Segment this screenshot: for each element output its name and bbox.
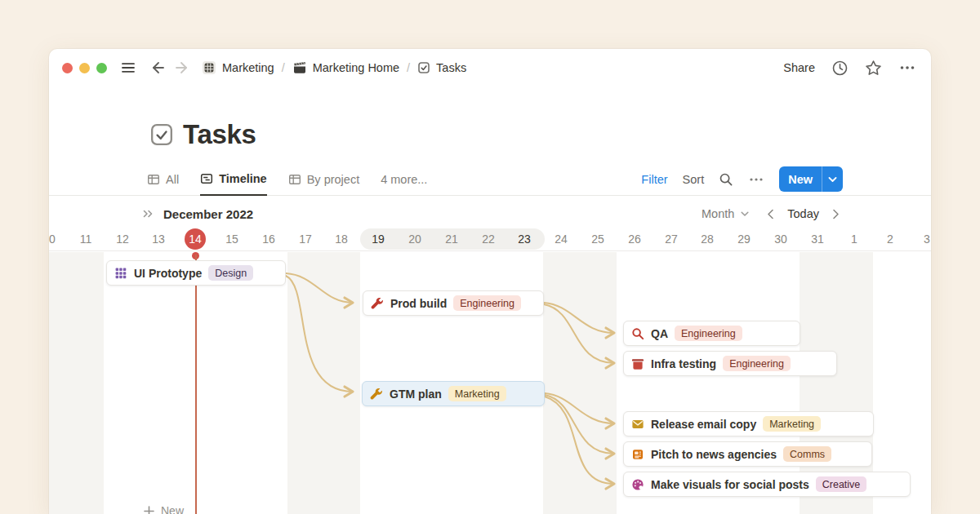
task-card-ui-prototype[interactable]: UI Prototype Design — [106, 260, 286, 286]
date-cell: 17 — [287, 228, 323, 250]
wrench-icon — [370, 388, 383, 401]
next-period-icon[interactable] — [832, 209, 840, 219]
tab-label: 4 more... — [381, 173, 427, 186]
chevron-down-icon[interactable] — [741, 211, 749, 217]
date-cell: 16 — [251, 228, 287, 250]
notion-window: Marketing / Marketing Home / Tasks — [49, 49, 931, 514]
newspaper-icon — [631, 448, 644, 461]
forward-arrow-icon[interactable] — [174, 60, 190, 76]
magnifier-icon — [631, 327, 644, 340]
task-title: Make visuals for social posts — [651, 478, 809, 491]
task-title: Release email copy — [651, 418, 756, 431]
task-card-pitch-news[interactable]: Pitch to news agencies Comms — [623, 441, 872, 467]
date-cell: 26 — [617, 228, 653, 250]
date-cell: 18 — [323, 228, 359, 250]
task-title: Prod build — [390, 297, 447, 310]
task-tag: Creative — [816, 476, 867, 492]
date-cell-today: 14 — [177, 228, 213, 250]
date-cell: 28 — [689, 228, 725, 250]
task-tag: Marketing — [763, 416, 821, 432]
tab-timeline[interactable]: Timeline — [200, 162, 267, 196]
more-options-icon[interactable] — [898, 60, 916, 76]
view-toolbar: Filter Sort New — [641, 162, 843, 196]
topbar-actions: Share — [783, 60, 916, 77]
expand-group-icon[interactable] — [142, 208, 154, 219]
clapperboard-icon — [292, 60, 307, 75]
clock-icon[interactable] — [831, 60, 849, 77]
task-tag: Engineering — [723, 356, 791, 371]
task-card-release-email[interactable]: Release email copy Marketing — [623, 411, 874, 436]
date-cell: 21 — [434, 228, 470, 250]
task-tag: Marketing — [448, 386, 506, 401]
view-options-icon[interactable] — [748, 172, 764, 187]
box-icon — [631, 357, 644, 370]
wrench-icon — [371, 297, 384, 310]
breadcrumb: Marketing / Marketing Home / Tasks — [202, 60, 466, 75]
plus-icon — [143, 505, 155, 514]
add-task-label: New — [161, 504, 184, 514]
date-cell: 31 — [800, 228, 835, 250]
task-card-prod-build[interactable]: Prod build Engineering — [363, 290, 544, 316]
task-card-gtm-plan[interactable]: GTM plan Marketing — [362, 381, 545, 406]
weekend-band — [49, 252, 104, 514]
timeline-date-row: 10 11 12 13 14 15 16 17 18 19 20 21 22 2… — [49, 227, 931, 251]
timeline-month-title: December 2022 — [163, 207, 253, 221]
task-title: Pitch to news agencies — [651, 448, 777, 461]
date-cell: 25 — [580, 228, 616, 250]
maximize-window-button[interactable] — [96, 63, 107, 73]
timeline-header: December 2022 Month Today — [142, 202, 840, 226]
share-button[interactable]: Share — [783, 61, 815, 74]
breadcrumb-marketing-home[interactable]: Marketing Home — [292, 60, 399, 75]
date-cell: 10 — [49, 228, 67, 250]
filter-button[interactable]: Filter — [641, 173, 667, 186]
minimize-window-button[interactable] — [79, 63, 90, 73]
date-cell: 3 — [909, 228, 931, 250]
date-cell: 30 — [763, 228, 799, 250]
envelope-icon — [631, 418, 644, 431]
task-card-make-visuals[interactable]: Make visuals for social posts Creative — [623, 472, 911, 497]
date-cell: 11 — [68, 228, 104, 250]
new-button[interactable]: New — [779, 166, 843, 192]
weekend-band — [543, 252, 617, 514]
workspace-grid-icon — [202, 60, 216, 75]
task-title: Infra testing — [651, 357, 716, 370]
sort-button[interactable]: Sort — [683, 173, 705, 186]
date-cell: 19 — [360, 228, 396, 250]
search-icon[interactable] — [719, 172, 733, 187]
breadcrumb-separator: / — [407, 61, 410, 74]
task-tag: Engineering — [675, 326, 742, 341]
tab-label: All — [166, 173, 179, 186]
breadcrumb-marketing[interactable]: Marketing — [202, 60, 274, 75]
window-controls — [62, 63, 107, 73]
tab-more[interactable]: 4 more... — [381, 162, 427, 196]
date-cell: 23 — [506, 228, 542, 250]
today-button[interactable]: Today — [787, 207, 819, 220]
breadcrumb-tasks[interactable]: Tasks — [417, 61, 466, 74]
add-task-button[interactable]: New — [143, 504, 184, 514]
task-card-qa[interactable]: QA Engineering — [623, 321, 800, 346]
back-arrow-icon[interactable] — [149, 60, 166, 76]
table-icon — [147, 173, 160, 186]
tasks-checkbox-icon — [150, 123, 173, 146]
star-icon[interactable] — [865, 60, 882, 77]
weekend-band — [287, 252, 360, 514]
date-cell: 24 — [543, 228, 579, 250]
grid-icon — [114, 267, 127, 280]
timeline-scale-select[interactable]: Month — [702, 207, 734, 220]
date-cell: 22 — [470, 228, 506, 250]
prev-period-icon[interactable] — [767, 209, 774, 219]
tab-all[interactable]: All — [147, 162, 179, 196]
task-card-infra-testing[interactable]: Infra testing Engineering — [623, 351, 837, 376]
timeline-nav: Month Today — [702, 207, 840, 220]
tab-by-project[interactable]: By project — [288, 162, 359, 196]
date-cell: 2 — [872, 228, 908, 250]
new-dropdown-icon[interactable] — [822, 176, 843, 183]
breadcrumb-label: Tasks — [436, 61, 466, 74]
sidebar-menu-icon[interactable] — [120, 60, 136, 76]
date-cell: 1 — [836, 228, 872, 250]
date-cell: 12 — [105, 228, 140, 250]
task-tag: Engineering — [453, 295, 521, 311]
date-cell: 15 — [214, 228, 250, 250]
breadcrumb-label: Marketing — [222, 61, 274, 74]
close-window-button[interactable] — [62, 63, 73, 73]
